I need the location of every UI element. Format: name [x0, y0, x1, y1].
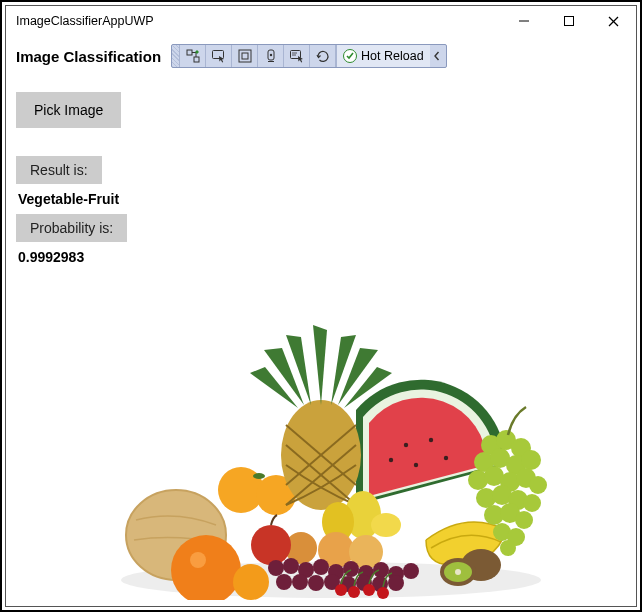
result-label: Result is:: [16, 156, 102, 184]
window-controls: [501, 6, 636, 36]
layout-adorners-icon: [237, 48, 253, 64]
svg-point-84: [233, 564, 269, 600]
svg-point-73: [292, 574, 308, 590]
window-title: ImageClassifierAppUWP: [6, 14, 154, 28]
screenshot-frame: ImageClassifierAppUWP: [0, 0, 642, 612]
svg-point-63: [283, 558, 299, 574]
svg-point-26: [414, 463, 418, 467]
svg-point-79: [388, 575, 404, 591]
content-column: Pick Image Result is: Vegetable-Fruit Pr…: [16, 92, 626, 266]
svg-rect-5: [194, 57, 199, 62]
pick-image-button[interactable]: Pick Image: [16, 92, 121, 128]
probability-value: 0.9992983: [16, 248, 86, 266]
app-window: ImageClassifierAppUWP: [5, 5, 637, 607]
xaml-binding-button[interactable]: [284, 45, 310, 67]
toolbar-collapse-button[interactable]: [430, 45, 446, 67]
fruit-illustration: [86, 290, 556, 600]
svg-point-22: [253, 473, 265, 479]
svg-point-35: [251, 525, 291, 565]
svg-point-81: [348, 586, 360, 598]
minimize-button[interactable]: [501, 6, 546, 36]
visual-tree-icon: [185, 48, 201, 64]
minimize-icon: [519, 16, 529, 26]
maximize-icon: [564, 16, 574, 26]
titlebar: ImageClassifierAppUWP: [6, 6, 636, 36]
hot-reload-label: Hot Reload: [361, 49, 424, 63]
svg-rect-8: [242, 53, 248, 59]
visual-tree-button[interactable]: [180, 45, 206, 67]
svg-rect-7: [239, 50, 251, 62]
svg-point-57: [500, 540, 516, 556]
svg-rect-4: [187, 50, 192, 55]
maximize-button[interactable]: [546, 6, 591, 36]
select-element-icon: [211, 48, 227, 64]
svg-point-23: [404, 443, 408, 447]
classified-image: [6, 270, 636, 600]
track-focus-button[interactable]: [258, 45, 284, 67]
svg-rect-1: [564, 17, 573, 26]
svg-point-80: [335, 584, 347, 596]
close-button[interactable]: [591, 6, 636, 36]
svg-point-51: [523, 494, 541, 512]
svg-point-82: [363, 584, 375, 596]
svg-point-19: [190, 552, 206, 568]
debug-toolbar: Hot Reload: [171, 44, 447, 68]
svg-point-83: [377, 587, 389, 599]
svg-point-47: [529, 476, 547, 494]
page-heading: Image Classification: [16, 48, 161, 65]
svg-point-54: [515, 511, 533, 529]
svg-point-24: [429, 438, 433, 442]
select-element-button[interactable]: [206, 45, 232, 67]
track-focus-icon: [263, 48, 279, 64]
xaml-binding-icon: [289, 48, 305, 64]
svg-rect-6: [212, 51, 223, 59]
hot-reload-status[interactable]: Hot Reload: [336, 45, 430, 67]
svg-point-69: [373, 562, 389, 578]
probability-label: Probability is:: [16, 214, 127, 242]
hot-reload-settings-button[interactable]: [310, 45, 336, 67]
svg-point-42: [521, 450, 541, 470]
hot-reload-settings-icon: [315, 48, 331, 64]
svg-point-74: [308, 575, 324, 591]
header-row: Image Classification: [16, 42, 626, 70]
svg-point-61: [455, 569, 461, 575]
svg-point-72: [276, 574, 292, 590]
svg-point-31: [371, 513, 401, 537]
svg-point-62: [268, 560, 284, 576]
result-value: Vegetable-Fruit: [16, 190, 121, 208]
svg-point-65: [313, 559, 329, 575]
svg-point-10: [269, 54, 271, 56]
svg-point-27: [389, 458, 393, 462]
close-icon: [608, 16, 619, 27]
layout-adorners-button[interactable]: [232, 45, 258, 67]
svg-point-25: [444, 456, 448, 460]
hot-reload-check-icon: [343, 49, 357, 63]
toolbar-grip[interactable]: [172, 45, 180, 67]
svg-point-71: [403, 563, 419, 579]
client-area: Image Classification: [6, 36, 636, 606]
chevron-left-icon: [432, 51, 442, 61]
